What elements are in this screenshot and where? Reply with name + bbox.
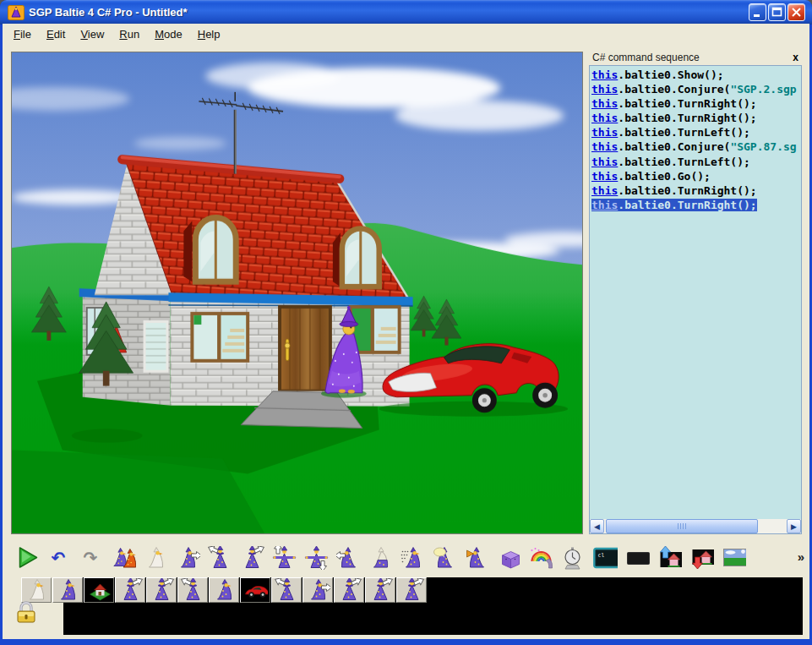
- step-go[interactable]: [302, 577, 333, 603]
- run-button[interactable]: [14, 544, 41, 572]
- code-line[interactable]: this.baltie0.TurnRight();: [590, 198, 801, 212]
- scene-upload-button[interactable]: [656, 544, 684, 572]
- baltie-speed-button[interactable]: [399, 544, 427, 572]
- baltie-vanish-button[interactable]: [367, 544, 395, 572]
- walk-e-icon: [306, 578, 330, 602]
- dormer-window-left: [183, 217, 236, 282]
- walk-w-icon: [336, 546, 361, 570]
- baltie-back-button[interactable]: [335, 544, 362, 572]
- rainbow-button[interactable]: [527, 544, 555, 572]
- menu-view[interactable]: View: [73, 25, 112, 43]
- ghost-icon: [25, 578, 49, 602]
- house-down-icon: [689, 546, 714, 570]
- screen-button[interactable]: [624, 544, 651, 572]
- baltie-say-button[interactable]: [431, 544, 459, 572]
- code-line[interactable]: this.baltie0.Go();: [590, 169, 801, 183]
- app-window: SGP Baltie 4 C# Pro - Untitled* FileEdit…: [0, 0, 812, 645]
- wait-button[interactable]: [559, 544, 587, 572]
- code-line[interactable]: this.baltie0.TurnRight();: [590, 183, 801, 198]
- item-cube-button[interactable]: [495, 544, 523, 572]
- walk-icon: [56, 578, 80, 602]
- svg-text:cl: cl: [598, 551, 605, 558]
- menu-run[interactable]: Run: [112, 25, 147, 43]
- cone-ne-icon: [400, 578, 424, 602]
- minimize-button[interactable]: [749, 3, 766, 21]
- menu-mode[interactable]: Mode: [147, 25, 190, 43]
- title-bar: SGP Baltie 4 C# Pro - Untitled*: [0, 0, 812, 25]
- step-conjure-2[interactable]: [209, 577, 239, 603]
- command-panel-header: C# command sequence x: [591, 50, 802, 64]
- baltie-put-button[interactable]: [302, 544, 330, 572]
- landscape-icon: [722, 546, 746, 570]
- cone-ne-icon: [150, 578, 174, 602]
- code-area[interactable]: this.baltie0.Show();this.baltie0.Conjure…: [590, 66, 801, 519]
- pair-icon: [112, 546, 136, 570]
- step-turn-right-1[interactable]: [115, 577, 145, 603]
- menu-edit[interactable]: Edit: [39, 25, 73, 43]
- fast-icon: [401, 546, 425, 570]
- baltie-go-button[interactable]: [174, 544, 202, 572]
- code-line[interactable]: this.baltie0.Show();: [590, 68, 801, 82]
- step-turn-left-1[interactable]: [177, 577, 208, 603]
- undo-button[interactable]: ↶: [46, 544, 74, 572]
- step-turn-right-4[interactable]: [365, 577, 395, 603]
- app-icon[interactable]: [8, 4, 25, 21]
- code-line[interactable]: this.baltie0.TurnLeft();: [590, 155, 801, 169]
- scene-viewport[interactable]: [11, 52, 583, 534]
- step-item-house[interactable]: [84, 577, 114, 603]
- toolbar-overflow-button[interactable]: »: [798, 549, 804, 564]
- lock-icon[interactable]: [14, 599, 38, 628]
- redo-button[interactable]: ↷: [78, 544, 106, 572]
- step-turn-left-2[interactable]: [271, 577, 302, 603]
- console-button[interactable]: cl: [591, 544, 619, 572]
- baltie-turn-left-button[interactable]: [206, 544, 234, 572]
- close-icon: [790, 6, 803, 19]
- menu-help[interactable]: Help: [190, 25, 228, 43]
- menu-file[interactable]: File: [6, 25, 39, 43]
- scroll-thumb[interactable]: [606, 519, 758, 533]
- code-line[interactable]: this.baltie0.TurnLeft();: [590, 125, 801, 139]
- horizontal-scrollbar[interactable]: ◀ ▶: [590, 519, 801, 533]
- walk-icon: [212, 578, 237, 602]
- code-line[interactable]: this.baltie0.Conjure("SGP.2.sgp: [590, 82, 801, 96]
- step-turn-right-3[interactable]: [334, 577, 364, 603]
- command-panel-title: C# command sequence: [591, 52, 793, 63]
- cone-ne-icon: [240, 546, 264, 570]
- baltie-pair-button[interactable]: [110, 544, 138, 572]
- command-panel: this.baltie0.Show();this.baltie0.Conjure…: [589, 65, 802, 534]
- redo-icon: ↷: [79, 546, 104, 570]
- scroll-right-button[interactable]: ▶: [787, 519, 801, 533]
- landscape-button[interactable]: [720, 544, 748, 572]
- cone-nw-icon: [275, 578, 299, 602]
- baltie-sound-button[interactable]: [463, 544, 491, 572]
- house-up-icon: [657, 546, 682, 570]
- step-conjure-1[interactable]: [52, 577, 83, 603]
- arms-up-icon: [272, 546, 297, 570]
- play-icon: [15, 546, 40, 570]
- house-icon: [87, 578, 112, 602]
- close-button[interactable]: [787, 3, 805, 21]
- code-line[interactable]: this.baltie0.TurnRight();: [590, 111, 801, 125]
- code-line[interactable]: this.baltie0.TurnRight();: [590, 96, 801, 111]
- baltie-lift-button[interactable]: [270, 544, 298, 572]
- baltie-invisible-button[interactable]: [142, 544, 170, 572]
- rainbow-icon: [529, 546, 553, 570]
- window-title: SGP Baltie 4 C# Pro - Untitled*: [29, 6, 749, 19]
- step-turn-right-5[interactable]: [396, 577, 427, 603]
- scroll-left-button[interactable]: ◀: [590, 519, 604, 533]
- trumpet-icon: [465, 546, 489, 570]
- step-turn-right-2[interactable]: [146, 577, 177, 603]
- code-line[interactable]: this.baltie0.Conjure("SGP.87.sg: [590, 139, 801, 154]
- scene-download-button[interactable]: [688, 544, 716, 572]
- minimize-icon: [751, 6, 764, 19]
- program-strip-zone: [3, 577, 809, 639]
- panel-close-button[interactable]: x: [793, 52, 802, 63]
- svg-text:↷: ↷: [84, 548, 98, 568]
- step-item-car[interactable]: [240, 577, 270, 603]
- maximize-button[interactable]: [768, 3, 786, 21]
- baltie-turn-right-button[interactable]: [238, 544, 266, 572]
- arms-down-icon: [304, 546, 329, 570]
- toolbar: ↶↷ cl »: [3, 538, 809, 577]
- front-window-left: [190, 312, 249, 363]
- menu-bar: FileEditViewRunModeHelp: [3, 25, 809, 44]
